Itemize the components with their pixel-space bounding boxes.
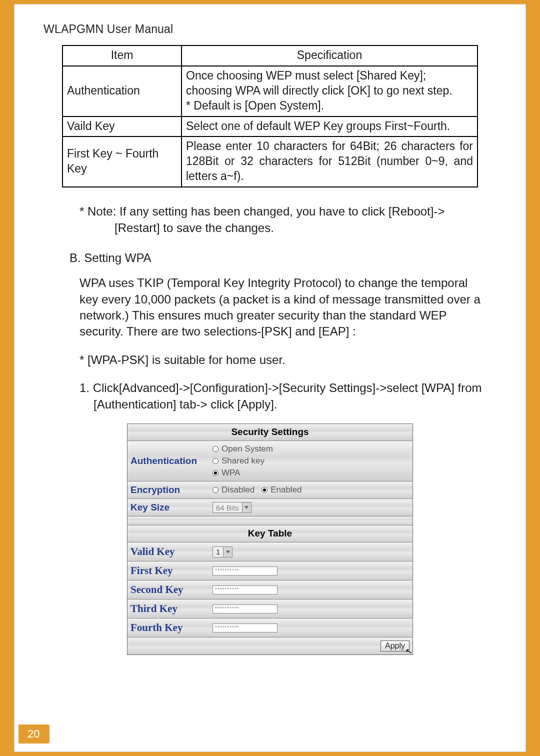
auth-options: Open System Shared key WPA	[210, 441, 412, 481]
keysize-value: 64 Bits	[210, 499, 412, 516]
select-value: 1	[213, 548, 223, 556]
chevron-down-icon	[223, 547, 232, 557]
wpa-paragraph: WPA uses TKIP (Temporal Key Integrity Pr…	[80, 275, 486, 340]
label-fourth-key: Fourth Key	[128, 618, 210, 637]
fourth-key-input[interactable]: **********	[212, 624, 278, 632]
third-key-input[interactable]: **********	[212, 604, 278, 614]
cell-spec: Select one of default WEP Key groups Fir…	[182, 116, 478, 137]
label-encryption: Encryption	[128, 482, 210, 498]
panel-spacer	[128, 516, 412, 526]
radio-enc-enabled[interactable]: Enabled	[262, 485, 302, 495]
table-row: Authentication Once choosing WEP must se…	[62, 66, 478, 116]
valid-key-select[interactable]: 1	[212, 546, 232, 558]
radio-shared-key[interactable]: Shared key	[212, 456, 264, 466]
radio-wpa[interactable]: WPA	[212, 468, 240, 478]
enc-options: Disabled Enabled	[210, 482, 412, 498]
radio-icon	[212, 446, 218, 452]
apply-button[interactable]: Apply ↖	[380, 640, 410, 652]
label-first-key: First Key	[128, 562, 210, 580]
row-authentication: Authentication Open System Shared key WP…	[128, 441, 412, 482]
apply-label: Apply	[385, 642, 405, 650]
select-value: 64 Bits	[213, 504, 242, 512]
manual-page: WLAPGMN User Manual Item Specification A…	[14, 4, 526, 752]
radio-icon	[212, 470, 218, 476]
step-1: 1. Click[Advanced]->[Configuration]->[Se…	[80, 380, 486, 412]
label-third-key: Third Key	[128, 600, 210, 618]
table-row: Item Specification	[62, 46, 478, 66]
radio-icon	[262, 487, 268, 493]
security-settings-panel: Security Settings Authentication Open Sy…	[127, 424, 413, 655]
table-row: Vaild Key Select one of default WEP Key …	[62, 116, 478, 137]
cell-item: Authentication	[62, 66, 182, 116]
row-fourth-key: Fourth Key **********	[128, 618, 412, 638]
radio-label: Open System	[222, 444, 273, 454]
note-text: * Note: If any setting has been changed,…	[80, 204, 486, 236]
chevron-down-icon	[242, 502, 251, 512]
label-valid-key: Valid Key	[128, 542, 210, 561]
row-valid-key: Valid Key 1	[128, 542, 412, 562]
first-key-input[interactable]: **********	[212, 566, 278, 576]
row-first-key: First Key **********	[128, 562, 412, 580]
radio-icon	[212, 487, 218, 493]
col-header-spec: Specification	[182, 46, 478, 66]
panel-title-security: Security Settings	[128, 424, 412, 441]
second-key-input[interactable]: **********	[212, 586, 278, 594]
radio-icon	[212, 458, 218, 464]
psk-note: * [WPA-PSK] is suitable for home user.	[80, 352, 486, 368]
row-third-key: Third Key **********	[128, 600, 412, 618]
radio-label: Disabled	[222, 485, 254, 495]
spec-table: Item Specification Authentication Once c…	[62, 45, 478, 188]
cell-spec: Please enter 10 characters for 64Bit; 26…	[182, 136, 478, 187]
cell-item: Vaild Key	[62, 116, 182, 137]
label-authentication: Authentication	[128, 441, 210, 481]
col-header-item: Item	[62, 46, 182, 66]
table-row: First Key ~ Fourth Key Please enter 10 c…	[62, 136, 478, 187]
page-number: 20	[18, 724, 50, 744]
radio-label: WPA	[222, 468, 240, 478]
valid-key-value: 1	[210, 542, 412, 561]
cell-spec: Once choosing WEP must select [Shared Ke…	[182, 66, 478, 116]
section-heading: B. Setting WPA	[70, 250, 486, 266]
radio-enc-disabled[interactable]: Disabled	[212, 485, 254, 495]
row-keysize: Key Size 64 Bits	[128, 499, 412, 516]
row-encryption: Encryption Disabled Enabled	[128, 482, 412, 499]
label-second-key: Second Key	[128, 580, 210, 599]
label-keysize: Key Size	[128, 499, 210, 516]
row-second-key: Second Key **********	[128, 580, 412, 600]
running-head: WLAPGMN User Manual	[44, 22, 496, 36]
cursor-icon: ↖	[404, 646, 412, 656]
radio-label: Shared key	[222, 456, 264, 466]
panel-title-keytable: Key Table	[128, 526, 412, 542]
cell-item: First Key ~ Fourth Key	[62, 136, 182, 187]
radio-open-system[interactable]: Open System	[212, 444, 273, 454]
apply-row: Apply ↖	[128, 638, 412, 654]
keysize-select[interactable]: 64 Bits	[212, 502, 252, 513]
radio-label: Enabled	[270, 485, 302, 495]
